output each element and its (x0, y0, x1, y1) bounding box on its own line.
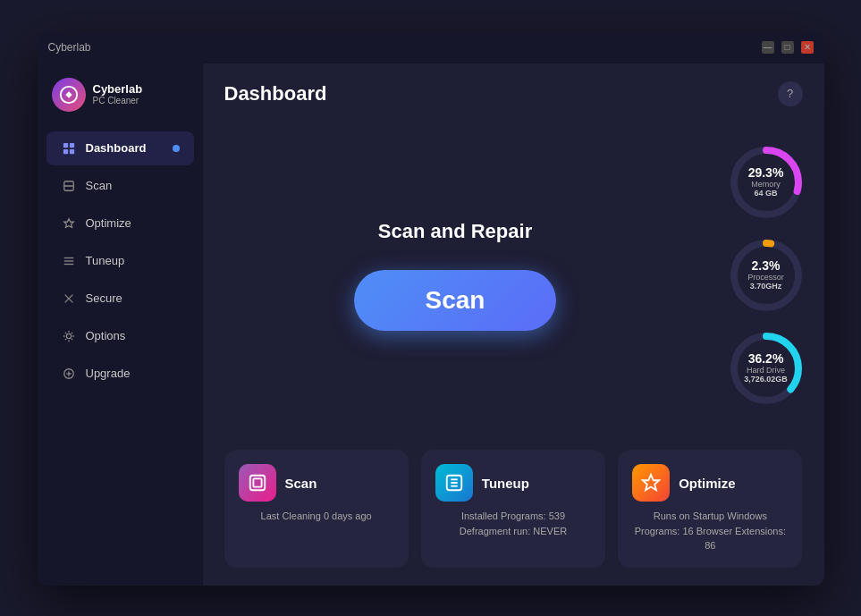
scan-button[interactable]: Scan (354, 270, 557, 331)
main-area: Scan and Repair Scan 29.3% (203, 115, 824, 436)
svg-rect-1 (63, 142, 67, 147)
gauges-panel: 29.3% Memory 64 GB (708, 115, 824, 436)
tuneup-card-title: Tuneup (482, 476, 529, 491)
close-button[interactable]: ✕ (801, 41, 814, 54)
scan-icon (61, 178, 77, 194)
scan-info-card[interactable]: Scan Last Cleaning 0 days ago (224, 450, 409, 568)
sidebar-label-options: Options (86, 329, 126, 342)
scan-repair-title: Scan and Repair (378, 220, 532, 243)
app-body: Cyberlab PC Cleaner Dashboard (38, 63, 824, 586)
svg-rect-2 (69, 142, 73, 147)
title-bar: Cyberlab — □ ✕ (38, 31, 824, 63)
processor-pct: 2.3% (752, 259, 781, 272)
processor-label: Processor (747, 273, 784, 282)
scan-card-header: Scan (239, 464, 394, 502)
memory-pct: 29.3% (748, 166, 784, 179)
scan-card-title: Scan (285, 476, 317, 491)
logo-subtitle: PC Cleaner (93, 96, 143, 106)
sidebar-item-tuneup[interactable]: Tuneup (46, 244, 194, 278)
svg-rect-24 (253, 478, 261, 486)
logo-area: Cyberlab PC Cleaner (38, 78, 203, 130)
optimize-card-title: Optimize (679, 476, 735, 491)
maximize-button[interactable]: □ (781, 41, 794, 54)
tuneup-icon (61, 253, 77, 269)
nav-active-dot (173, 145, 180, 152)
optimize-info-card[interactable]: Optimize Runs on Startup Windows Program… (618, 450, 802, 568)
svg-rect-23 (249, 476, 265, 491)
upgrade-icon (61, 366, 77, 382)
scan-card-icon (239, 464, 276, 502)
main-content: Dashboard ? Scan and Repair Scan (203, 63, 824, 586)
logo-icon (52, 78, 86, 112)
sidebar-item-options[interactable]: Options (46, 319, 194, 353)
logo-brand: Cyberlab (93, 82, 143, 97)
svg-point-13 (66, 333, 71, 338)
sidebar-label-scan: Scan (86, 179, 113, 192)
svg-rect-4 (69, 148, 73, 153)
main-header: Dashboard ? (203, 63, 824, 115)
tuneup-card-header: Tuneup (435, 464, 591, 502)
bottom-cards: Scan Last Cleaning 0 days ago (203, 435, 824, 586)
app-window: Cyberlab — □ ✕ Cyberlab PC Cleaner (38, 31, 824, 586)
processor-gauge: 2.3% Processor 3.70GHz (727, 236, 806, 315)
sidebar-item-dashboard[interactable]: Dashboard (46, 131, 194, 165)
harddrive-pct: 36.2% (748, 352, 784, 365)
sidebar: Cyberlab PC Cleaner Dashboard (38, 63, 203, 586)
memory-gauge: 29.3% Memory 64 GB (727, 143, 806, 222)
optimize-card-header: Optimize (632, 464, 788, 502)
options-icon (61, 328, 77, 344)
optimize-icon (61, 215, 77, 232)
sidebar-label-secure: Secure (86, 291, 122, 305)
harddrive-sublabel: 3,726.02GB (744, 375, 788, 384)
page-title: Dashboard (224, 82, 327, 105)
center-panel: Scan and Repair Scan (203, 115, 708, 436)
sidebar-item-secure[interactable]: Secure (46, 282, 194, 316)
processor-sublabel: 3.70GHz (750, 282, 782, 291)
tuneup-card-icon (435, 464, 473, 502)
harddrive-label: Hard Drive (747, 366, 785, 375)
memory-sublabel: 64 GB (754, 189, 777, 198)
sidebar-label-tuneup: Tuneup (86, 254, 125, 267)
svg-rect-3 (63, 148, 67, 153)
sidebar-label-upgrade: Upgrade (86, 367, 131, 380)
scan-card-text: Last Cleaning 0 days ago (261, 509, 372, 524)
sidebar-item-upgrade[interactable]: Upgrade (46, 357, 194, 391)
svg-marker-7 (63, 218, 73, 227)
title-bar-controls: — □ ✕ (762, 41, 814, 54)
optimize-card-text: Runs on Startup Windows Programs: 16 Bro… (632, 509, 788, 553)
help-button[interactable]: ? (778, 81, 803, 106)
dashboard-icon (61, 140, 77, 156)
minimize-button[interactable]: — (762, 41, 774, 54)
title-bar-title: Cyberlab (48, 41, 91, 54)
tuneup-card-text: Installed Programs: 539 Defragment run: … (435, 509, 591, 538)
optimize-card-icon (632, 464, 670, 502)
tuneup-info-card[interactable]: Tuneup Installed Programs: 539 Defragmen… (421, 450, 605, 568)
logo-text: Cyberlab PC Cleaner (93, 82, 143, 107)
harddrive-gauge: 36.2% Hard Drive 3,726.02GB (727, 329, 806, 408)
sidebar-item-optimize[interactable]: Optimize (46, 207, 194, 240)
secure-icon (61, 291, 77, 307)
memory-label: Memory (751, 180, 781, 189)
sidebar-label-dashboard: Dashboard (86, 141, 147, 155)
sidebar-item-scan[interactable]: Scan (46, 169, 194, 203)
sidebar-label-optimize: Optimize (86, 216, 131, 230)
